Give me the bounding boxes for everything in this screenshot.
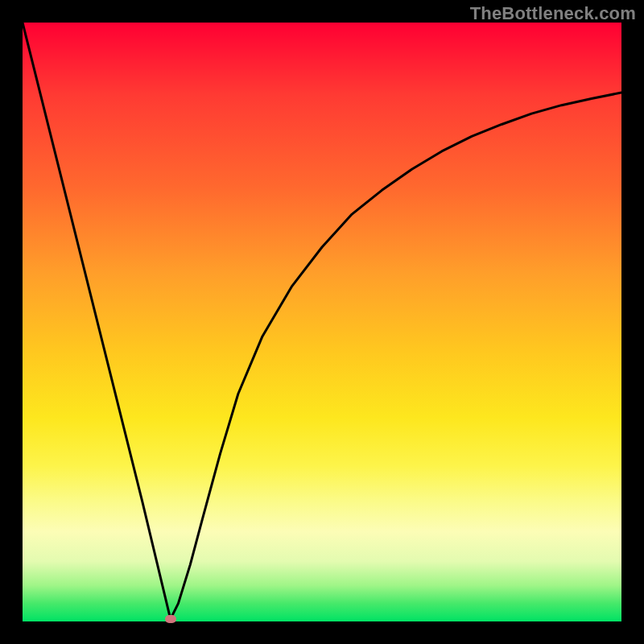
plot-area <box>23 23 621 621</box>
bottleneck-curve <box>23 23 621 621</box>
chart-frame: TheBottleneck.com <box>0 0 644 644</box>
minimum-marker <box>165 615 176 623</box>
watermark-text: TheBottleneck.com <box>470 3 636 24</box>
